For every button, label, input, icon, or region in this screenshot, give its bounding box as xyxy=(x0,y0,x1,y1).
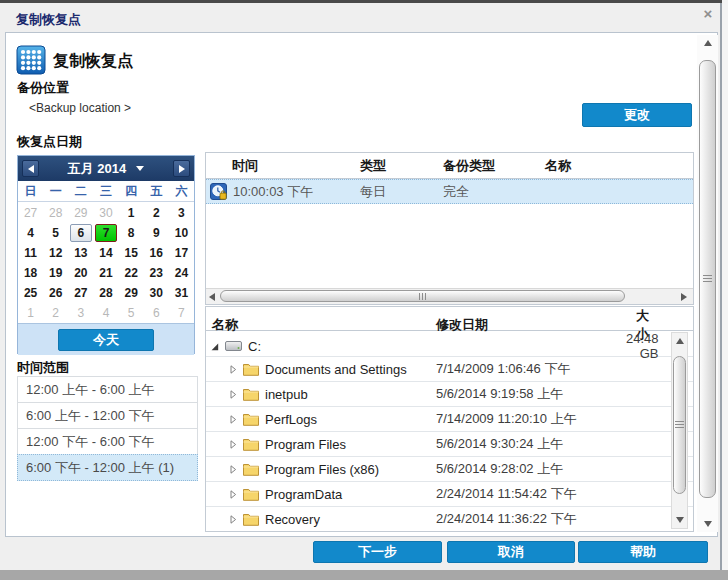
file-modified-date: 5/6/2014 9:30:24 上午 xyxy=(430,435,626,453)
hscrollbar-thumb[interactable] xyxy=(220,290,625,302)
time-range-option[interactable]: 12:00 上午 - 6:00 上午 xyxy=(17,376,198,403)
recovery-point-date-label: 恢复点日期 xyxy=(17,133,82,151)
content-panel: 复制恢复点 备份位置 <Backup location > 更改 恢复点日期 五… xyxy=(5,32,718,537)
calendar-day[interactable]: 27 xyxy=(18,203,43,223)
column-header-name[interactable]: 名称 xyxy=(539,157,693,175)
file-browser-row[interactable]: Program Files (x86)5/6/2014 9:28:02 上午 xyxy=(206,456,693,481)
calendar-day[interactable]: 7 xyxy=(93,223,118,243)
file-name-cell: Documents and Settings xyxy=(206,362,430,377)
calendar-day[interactable]: 13 xyxy=(68,243,93,263)
calendar-day[interactable]: 5 xyxy=(43,223,68,243)
calendar-day[interactable]: 9 xyxy=(144,223,169,243)
expander-expanded-icon[interactable] xyxy=(209,341,220,352)
calendar-day[interactable]: 4 xyxy=(93,303,118,323)
expander-collapsed-icon[interactable] xyxy=(228,439,238,450)
calendar-day[interactable]: 26 xyxy=(43,283,68,303)
calendar-day[interactable]: 28 xyxy=(93,283,118,303)
file-browser-row[interactable]: ProgramData2/24/2014 11:54:42 下午 xyxy=(206,481,693,506)
grid-dots-icon xyxy=(16,45,46,75)
scroll-left-icon[interactable] xyxy=(209,293,215,301)
calendar-day[interactable]: 16 xyxy=(144,243,169,263)
calendar-prev-month-icon[interactable] xyxy=(22,160,39,177)
calendar-day[interactable]: 24 xyxy=(169,263,194,283)
calendar-day[interactable]: 15 xyxy=(119,243,144,263)
file-browser-row[interactable]: Recovery2/24/2014 11:36:22 下午 xyxy=(206,506,693,531)
calendar-day[interactable]: 20 xyxy=(68,263,93,283)
expander-collapsed-icon[interactable] xyxy=(228,489,238,500)
cancel-button[interactable]: 取消 xyxy=(447,541,575,563)
column-header-backup-type[interactable]: 备份类型 xyxy=(437,157,539,175)
time-range-option[interactable]: 12:00 下午 - 6:00 下午 xyxy=(17,428,198,455)
calendar-day[interactable]: 6 xyxy=(144,303,169,323)
column-header-time[interactable]: 时间 xyxy=(206,157,354,175)
calendar-day[interactable]: 23 xyxy=(144,263,169,283)
close-icon[interactable]: × xyxy=(699,5,717,23)
calendar-day[interactable]: 8 xyxy=(119,223,144,243)
help-button[interactable]: 帮助 xyxy=(578,541,708,563)
calendar-day[interactable]: 29 xyxy=(68,203,93,223)
calendar-day[interactable]: 19 xyxy=(43,263,68,283)
dialog-vscrollbar[interactable] xyxy=(697,35,718,532)
time-range-option[interactable]: 6:00 上午 - 12:00 下午 xyxy=(17,402,198,429)
expander-collapsed-icon[interactable] xyxy=(228,514,238,525)
calendar-day[interactable]: 12 xyxy=(43,243,68,263)
calendar-day[interactable]: 25 xyxy=(18,283,43,303)
column-header-name[interactable]: 名称 xyxy=(206,316,430,334)
file-browser-row[interactable]: Program Files5/6/2014 9:30:24 上午 xyxy=(206,431,693,456)
calendar-day[interactable]: 28 xyxy=(43,203,68,223)
vscrollbar-thumb[interactable] xyxy=(673,356,686,494)
scroll-down-icon[interactable] xyxy=(676,517,684,523)
change-button[interactable]: 更改 xyxy=(582,103,692,127)
vscrollbar-thumb[interactable] xyxy=(699,60,716,498)
calendar-day[interactable]: 22 xyxy=(119,263,144,283)
calendar-day[interactable]: 1 xyxy=(119,203,144,223)
file-browser-table: 名称 修改日期 大小 C:24.48 GBDocuments and Setti… xyxy=(205,306,694,532)
calendar-day[interactable]: 1 xyxy=(18,303,43,323)
expander-collapsed-icon[interactable] xyxy=(228,414,238,425)
file-browser-row[interactable]: PerfLogs7/14/2009 11:20:10 上午 xyxy=(206,406,693,431)
calendar-day[interactable]: 30 xyxy=(93,203,118,223)
next-button[interactable]: 下一步 xyxy=(313,541,442,563)
today-button[interactable]: 今天 xyxy=(58,329,154,351)
file-browser-vscrollbar[interactable] xyxy=(671,332,688,529)
file-browser-row[interactable]: inetpub5/6/2014 9:19:58 上午 xyxy=(206,381,693,406)
recovery-points-hscrollbar[interactable] xyxy=(206,288,693,304)
calendar-day[interactable]: 5 xyxy=(119,303,144,323)
calendar-day[interactable]: 27 xyxy=(68,283,93,303)
calendar-day[interactable]: 2 xyxy=(43,303,68,323)
calendar-day[interactable]: 3 xyxy=(169,203,194,223)
file-browser-row[interactable]: C:24.48 GB xyxy=(206,331,693,356)
column-header-type[interactable]: 类型 xyxy=(354,157,437,175)
calendar-day[interactable]: 3 xyxy=(68,303,93,323)
calendar-day-number: 27 xyxy=(74,286,87,300)
scroll-right-icon[interactable] xyxy=(681,293,687,301)
calendar-day[interactable]: 18 xyxy=(18,263,43,283)
calendar-day[interactable]: 30 xyxy=(144,283,169,303)
expander-collapsed-icon[interactable] xyxy=(228,464,238,475)
calendar-day[interactable]: 17 xyxy=(169,243,194,263)
calendar-day[interactable]: 29 xyxy=(119,283,144,303)
file-browser-row[interactable]: Documents and Settings7/14/2009 1:06:46 … xyxy=(206,356,693,381)
calendar-day[interactable]: 4 xyxy=(18,223,43,243)
scroll-down-icon[interactable] xyxy=(704,521,712,527)
column-header-modified-date[interactable]: 修改日期 xyxy=(430,316,626,334)
calendar-day[interactable]: 10 xyxy=(169,223,194,243)
expander-collapsed-icon[interactable] xyxy=(228,389,238,400)
calendar-day[interactable]: 7 xyxy=(169,303,194,323)
calendar-day-number: 12 xyxy=(49,246,62,260)
calendar-day-number: 19 xyxy=(49,266,62,280)
calendar-day-number: 7 xyxy=(178,306,185,320)
calendar-day[interactable]: 11 xyxy=(18,243,43,263)
calendar-next-month-icon[interactable] xyxy=(173,160,190,177)
time-range-option[interactable]: 6:00 下午 - 12:00 上午 (1) xyxy=(17,454,198,481)
recovery-point-row[interactable]: 10:00:03 下午每日完全 xyxy=(206,179,693,204)
expander-collapsed-icon[interactable] xyxy=(228,364,238,375)
page-backdrop-bottom xyxy=(0,570,728,580)
calendar-day[interactable]: 21 xyxy=(93,263,118,283)
calendar-month-dropdown-icon[interactable] xyxy=(136,166,144,171)
calendar-day[interactable]: 31 xyxy=(169,283,194,303)
calendar-day[interactable]: 2 xyxy=(144,203,169,223)
file-modified-date: 5/6/2014 9:19:58 上午 xyxy=(430,385,626,403)
calendar-day[interactable]: 14 xyxy=(93,243,118,263)
calendar-day[interactable]: 6 xyxy=(68,223,93,243)
